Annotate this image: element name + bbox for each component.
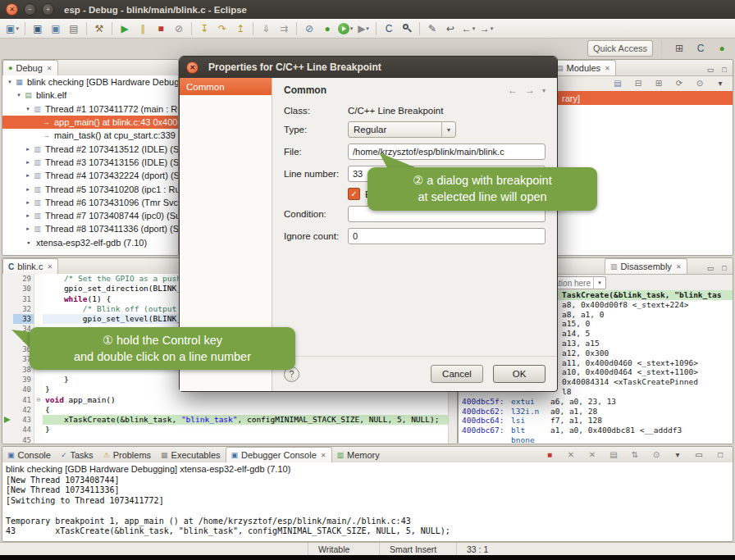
window-minimize-button[interactable]: − xyxy=(24,3,36,16)
clear-console-button[interactable]: ▤ xyxy=(605,447,622,463)
view-menu-icon[interactable]: ▾ xyxy=(542,87,546,94)
console-output[interactable]: [New Thread 1073408744][New Thread 10734… xyxy=(2,476,733,536)
thread-item[interactable]: ▸▥Thread #7 1073408744 (ipc0) (Susp xyxy=(2,209,178,222)
tab-problems[interactable]: ⚠Problems xyxy=(98,447,157,462)
pin-console-button[interactable]: ⊙ xyxy=(648,447,664,463)
step-return-button[interactable]: ↥ xyxy=(232,20,249,37)
stack-frame-item[interactable]: →app_main() at blink.c:43 0x400db xyxy=(2,116,178,129)
tab-console[interactable]: ▣Console xyxy=(2,447,56,462)
back-button[interactable]: ←▾ xyxy=(460,20,477,37)
enabled-checkbox[interactable]: ✓ xyxy=(348,188,360,200)
run-button[interactable]: ▾ xyxy=(337,20,354,37)
maximize-view-button[interactable]: □ xyxy=(712,447,728,463)
line-number[interactable]: 42 xyxy=(13,405,34,415)
step-into-button[interactable]: ↧ xyxy=(196,20,212,37)
terminate-button[interactable]: ■ xyxy=(153,20,169,37)
open-perspective-button[interactable]: ⊞ xyxy=(671,40,687,57)
close-icon[interactable]: ✕ xyxy=(676,263,682,271)
debug-button[interactable]: ● xyxy=(319,20,336,37)
close-icon[interactable]: ✕ xyxy=(321,452,326,459)
remove-launch-button[interactable]: ✕ xyxy=(563,447,579,463)
resume-button[interactable]: ▶ xyxy=(116,20,133,37)
maximize-view-icon[interactable]: □ xyxy=(719,64,730,75)
debugger-process-item[interactable]: ▪xtensa-esp32-elf-gdb (7.10) xyxy=(2,236,178,249)
thread-item[interactable]: ▸▥Thread #3 1073413156 (IDLE) (Susp xyxy=(2,156,178,169)
forward-arrow-icon[interactable]: → xyxy=(525,84,535,96)
pin-button[interactable]: ⊙ xyxy=(692,75,708,92)
code-text[interactable]: } xyxy=(43,425,449,435)
disassembly-row[interactable]: 400dbc64:lsif7, a1, 128 xyxy=(459,416,733,426)
thread-item[interactable]: ▸▥Thread #6 1073431096 (Tmr Svc) (S xyxy=(2,196,178,209)
refresh-button[interactable]: ⟳ xyxy=(671,75,687,92)
forward-button[interactable]: →▾ xyxy=(478,20,495,37)
minimize-view-button[interactable]: ▭ xyxy=(691,447,707,463)
thread-item[interactable]: ▸▥Thread #5 1073410208 (ipc1 : Runni xyxy=(2,182,178,195)
new-cpp-button[interactable]: C xyxy=(381,20,397,37)
chevron-down-icon[interactable]: ▾ xyxy=(593,277,605,289)
twistie-icon[interactable]: ▾ xyxy=(15,92,23,98)
external-tools-button[interactable]: ▶▾ xyxy=(355,20,372,37)
tab-executables[interactable]: ▦Executables xyxy=(156,447,225,462)
build-button[interactable]: ⚒ xyxy=(91,20,107,37)
stack-frame-item[interactable]: →main_task() at cpu_start.c:339 0x4 xyxy=(2,129,178,142)
minimize-view-icon[interactable]: ▭ xyxy=(705,262,716,274)
line-number[interactable]: 32 xyxy=(13,304,34,314)
line-number[interactable]: 33 xyxy=(13,314,34,324)
thread-item[interactable]: ▸▥Thread #8 1073411336 (dport) (Sus xyxy=(2,222,178,235)
disassembly-row[interactable]: bnone xyxy=(459,435,733,444)
line-number[interactable]: 45 xyxy=(13,435,34,444)
cpp-perspective-button[interactable]: C xyxy=(692,40,709,57)
line-number[interactable]: 41 xyxy=(13,395,34,405)
code-text[interactable]: { xyxy=(43,405,449,415)
tab-debug[interactable]: ● Debug ✕ xyxy=(2,60,58,75)
ignore-count-field[interactable] xyxy=(348,228,546,244)
terminate-console-button[interactable]: ■ xyxy=(541,447,558,463)
suspend-button[interactable]: ∥ xyxy=(135,20,151,37)
twistie-icon[interactable]: ▸ xyxy=(24,225,32,232)
twistie-icon[interactable]: ▸ xyxy=(24,159,32,166)
close-icon[interactable]: ✕ xyxy=(47,65,52,72)
ok-button[interactable]: OK xyxy=(493,365,546,383)
instruction-stepping-button[interactable]: ⇉ xyxy=(276,20,292,37)
twistie-icon[interactable]: ▾ xyxy=(6,79,14,85)
quick-access-button[interactable]: Quick Access xyxy=(587,40,653,57)
save-all-button[interactable]: ▣ xyxy=(48,20,64,37)
code-text[interactable]: xTaskCreate(&blink_task, "blink_task", c… xyxy=(43,415,449,425)
close-icon[interactable]: ✕ xyxy=(47,263,52,271)
window-close-button[interactable]: ✕ xyxy=(6,3,18,16)
twistie-icon[interactable]: ▸ xyxy=(24,172,32,179)
twistie-icon[interactable]: ▾ xyxy=(24,106,32,112)
line-number[interactable]: 43 xyxy=(13,415,34,425)
cancel-button[interactable]: Cancel xyxy=(431,365,483,383)
disassembly-row[interactable]: 400dbc62:l32i.na0, a1, 28 xyxy=(459,407,733,417)
minimize-view-icon[interactable]: ▭ xyxy=(705,64,716,75)
sidebar-item-common[interactable]: Common xyxy=(180,78,272,95)
last-edit-location-button[interactable]: ↩ xyxy=(442,20,459,37)
step-over-button[interactable]: ↷ xyxy=(214,20,231,37)
dialog-close-button[interactable]: ✕ xyxy=(186,61,199,74)
type-select[interactable]: Regular ▾ xyxy=(348,121,456,138)
scroll-lock-button[interactable]: ⇅ xyxy=(627,447,643,463)
show-full-path-button[interactable]: ▤ xyxy=(609,75,626,92)
disassembly-row[interactable]: 400dbc67:blta1, a0, 0x400dbc81 <__adddf3 xyxy=(459,426,733,435)
close-icon[interactable]: ✕ xyxy=(605,65,610,72)
thread-item[interactable]: ▾▥Thread #1 1073411772 (main : Runn xyxy=(2,102,178,116)
remove-all-launches-button[interactable]: ✕ xyxy=(584,447,600,463)
back-arrow-icon[interactable]: ← xyxy=(508,84,518,96)
code-text[interactable]: void app_main() xyxy=(43,395,449,405)
skip-breakpoints-button[interactable]: ⊘ xyxy=(301,20,317,37)
line-number[interactable]: 31 xyxy=(13,294,34,304)
window-maximize-button[interactable]: + xyxy=(42,3,54,16)
line-number[interactable]: 29 xyxy=(13,274,34,284)
tab-memory[interactable]: ▥Memory xyxy=(332,447,385,462)
launch-config-item[interactable]: ▾▦blink checking [GDB Hardware Debug xyxy=(2,75,178,89)
debug-perspective-button[interactable]: ● xyxy=(714,40,730,57)
line-number[interactable]: 39 xyxy=(13,375,34,385)
save-button[interactable]: ▣ xyxy=(30,20,46,37)
collapse-all-button[interactable]: ⊟ xyxy=(630,75,646,92)
tab-blink-c[interactable]: C blink.c ✕ xyxy=(2,258,58,274)
thread-item[interactable]: ▸▥Thread #4 1073432224 (dport) (Sus xyxy=(2,169,178,182)
thread-item[interactable]: ▸▥Thread #2 1073413512 (IDLE) (Susp xyxy=(2,142,178,155)
twistie-icon[interactable]: ▸ xyxy=(24,186,32,193)
twistie-icon[interactable]: ▸ xyxy=(24,146,32,153)
